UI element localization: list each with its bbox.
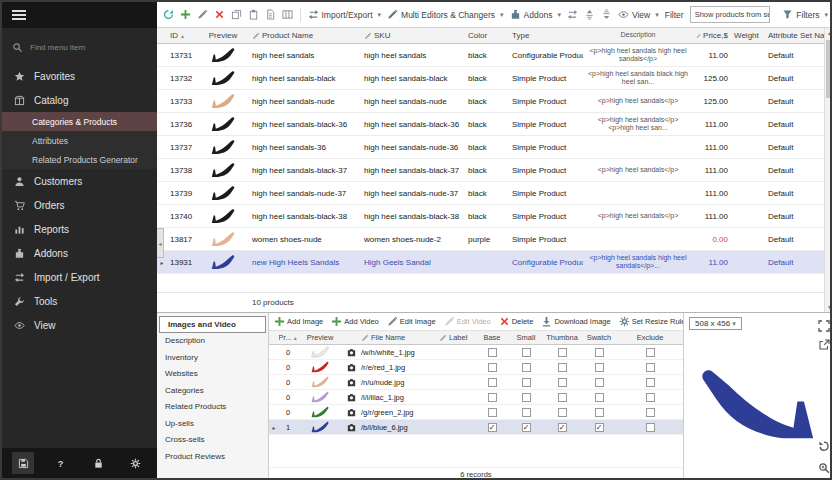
sidebar-subitem-categories-products[interactable]: Categories & Products bbox=[2, 112, 157, 131]
thumbnail-checkbox[interactable] bbox=[558, 363, 567, 372]
small-checkbox[interactable] bbox=[522, 423, 531, 432]
thumbnail-checkbox[interactable] bbox=[558, 378, 567, 387]
column-header-type[interactable]: Type bbox=[509, 31, 583, 40]
sidebar-item-addons[interactable]: Addons bbox=[2, 241, 157, 265]
image-column-header[interactable]: Thumbna bbox=[543, 333, 581, 342]
small-checkbox[interactable] bbox=[522, 393, 531, 402]
tab-product-reviews[interactable]: Product Reviews bbox=[157, 448, 268, 465]
column-header-color[interactable]: Color bbox=[465, 31, 509, 40]
dropdown-multi-editors-changers[interactable]: Multi Editors & Changers▾ bbox=[387, 9, 504, 20]
column-header-weight[interactable]: Weight bbox=[731, 31, 765, 40]
refresh-button[interactable] bbox=[163, 9, 174, 20]
tab-cross-sells[interactable]: Cross-sells bbox=[157, 432, 268, 449]
column-header-sku[interactable]: SKU bbox=[361, 31, 465, 40]
tab-description[interactable]: Description bbox=[157, 333, 268, 350]
swatch-checkbox[interactable] bbox=[595, 378, 604, 387]
dropdown-import-export[interactable]: Import/Export▾ bbox=[308, 9, 382, 20]
base-checkbox[interactable] bbox=[488, 408, 497, 417]
lock-button[interactable] bbox=[87, 452, 109, 474]
table-row[interactable]: 13736high heel sandals-black-36high heel… bbox=[157, 113, 824, 136]
exclude-checkbox[interactable] bbox=[646, 348, 655, 357]
swatch-checkbox[interactable] bbox=[595, 393, 604, 402]
table-row[interactable]: 13731high heel sandalshigh heel sandalsb… bbox=[157, 44, 824, 67]
table-row[interactable]: 13739high heel sandals-nude-37high heel … bbox=[157, 182, 824, 205]
resize-dimensions-box[interactable]: 508 x 456 ▾ bbox=[689, 317, 742, 330]
thumbnail-checkbox[interactable] bbox=[558, 393, 567, 402]
image-column-header[interactable]: Label bbox=[437, 333, 475, 342]
sidebar-collapse-handle[interactable]: ◂ bbox=[157, 228, 164, 258]
swatch-checkbox[interactable] bbox=[595, 348, 604, 357]
scrollbar-thumb[interactable] bbox=[826, 40, 832, 98]
dropdown-addons[interactable]: Addons▾ bbox=[510, 9, 561, 20]
row-expander[interactable]: ▸ bbox=[157, 259, 167, 266]
thumbnail-checkbox[interactable] bbox=[558, 423, 567, 432]
table-row[interactable]: 13740high heel sandals-black-38high heel… bbox=[157, 205, 824, 228]
tab-websites[interactable]: Websites bbox=[157, 366, 268, 383]
paste-button[interactable] bbox=[248, 9, 259, 20]
scroll-down-arrow[interactable]: ▼ bbox=[825, 302, 832, 312]
small-checkbox[interactable] bbox=[522, 378, 531, 387]
image-row[interactable]: ▸1/b/l/blue_6.jpg bbox=[269, 420, 683, 435]
doc-button[interactable] bbox=[265, 9, 276, 20]
swatch-checkbox[interactable] bbox=[595, 408, 604, 417]
product-image-preview[interactable] bbox=[692, 345, 824, 463]
delete-button[interactable] bbox=[214, 9, 225, 20]
base-checkbox[interactable] bbox=[488, 348, 497, 357]
copy-button[interactable] bbox=[231, 9, 242, 20]
thumbnail-checkbox[interactable] bbox=[558, 408, 567, 417]
sidebar-item-catalog[interactable]: Catalog bbox=[2, 88, 157, 112]
category-filter-select[interactable]: Show products from selected categories▾ bbox=[690, 6, 771, 23]
thumbnail-checkbox[interactable] bbox=[558, 348, 567, 357]
table-row[interactable]: ▸13931new High Heels SandalsHigh Geels S… bbox=[157, 251, 824, 274]
column-header-attr[interactable]: Attribute Set Name bbox=[765, 31, 824, 40]
image-column-header[interactable]: Pr...▲ bbox=[279, 333, 297, 342]
download-image-button[interactable]: Download Image bbox=[541, 316, 610, 327]
image-column-header[interactable]: Swatch bbox=[581, 333, 617, 342]
scroll-up-arrow[interactable]: ▲ bbox=[825, 28, 832, 38]
sortd-button[interactable] bbox=[601, 9, 612, 20]
base-checkbox[interactable] bbox=[488, 378, 497, 387]
dropdown-view[interactable]: View▾ bbox=[618, 9, 659, 20]
sidebar-item-reports[interactable]: Reports bbox=[2, 217, 157, 241]
sidebar-item-tools[interactable]: Tools bbox=[2, 289, 157, 313]
column-header-name[interactable]: Product Name bbox=[249, 31, 361, 40]
sidebar-item-import-export[interactable]: Import / Export bbox=[2, 265, 157, 289]
image-row[interactable]: 0/l/i/lilac_1.jpg bbox=[269, 390, 683, 405]
menu-search-input[interactable]: Find menu item bbox=[12, 37, 147, 57]
exclude-checkbox[interactable] bbox=[646, 408, 655, 417]
edit-image-button[interactable]: Edit Image bbox=[387, 316, 436, 327]
sidebar-item-view[interactable]: View bbox=[2, 313, 157, 337]
add-image-button[interactable]: Add Image bbox=[274, 316, 323, 327]
save-button[interactable] bbox=[12, 452, 34, 474]
tab-up-sells[interactable]: Up-sells bbox=[157, 415, 268, 432]
image-row[interactable]: 0/g/r/green_2.jpg bbox=[269, 405, 683, 420]
base-checkbox[interactable] bbox=[488, 423, 497, 432]
delete-button[interactable]: Delete bbox=[499, 316, 534, 327]
fullscreen-icon[interactable] bbox=[818, 318, 830, 330]
image-column-header[interactable]: Preview bbox=[297, 333, 343, 342]
column-header-prev[interactable]: Preview bbox=[197, 31, 249, 40]
sidebar-item-customers[interactable]: Customers bbox=[2, 169, 157, 193]
table-row[interactable]: 13732high heel sandals-blackhigh heel sa… bbox=[157, 67, 824, 90]
swatch-checkbox[interactable] bbox=[595, 423, 604, 432]
column-header-id[interactable]: ID▲ bbox=[167, 31, 197, 40]
base-checkbox[interactable] bbox=[488, 393, 497, 402]
gear-button[interactable] bbox=[125, 452, 147, 474]
exclude-checkbox[interactable] bbox=[646, 363, 655, 372]
edit-button[interactable] bbox=[197, 9, 208, 20]
table-row[interactable]: 13737high heel sandals-36high heel sanda… bbox=[157, 136, 824, 159]
image-row[interactable]: 0/w/h/white_1.jpg bbox=[269, 345, 683, 360]
add-button[interactable] bbox=[180, 9, 191, 20]
exclude-checkbox[interactable] bbox=[646, 423, 655, 432]
image-column-header[interactable]: Exclude bbox=[617, 333, 683, 342]
tab-images-and-video[interactable]: Images and Video bbox=[159, 316, 266, 333]
sidebar-item-orders[interactable]: Orders bbox=[2, 193, 157, 217]
table-row[interactable]: 13738high heel sandals-black-37high heel… bbox=[157, 159, 824, 182]
add-video-button[interactable]: Add Video bbox=[331, 316, 378, 327]
base-checkbox[interactable] bbox=[488, 363, 497, 372]
tab-related-products[interactable]: Related Products bbox=[157, 399, 268, 416]
set-resize-rule-button[interactable]: Set Resize Rule▾ bbox=[619, 316, 683, 327]
small-checkbox[interactable] bbox=[522, 363, 531, 372]
image-column-header[interactable]: File Name bbox=[359, 333, 437, 342]
sidebar-subitem-related-products-generator[interactable]: Related Products Generator bbox=[2, 150, 157, 169]
